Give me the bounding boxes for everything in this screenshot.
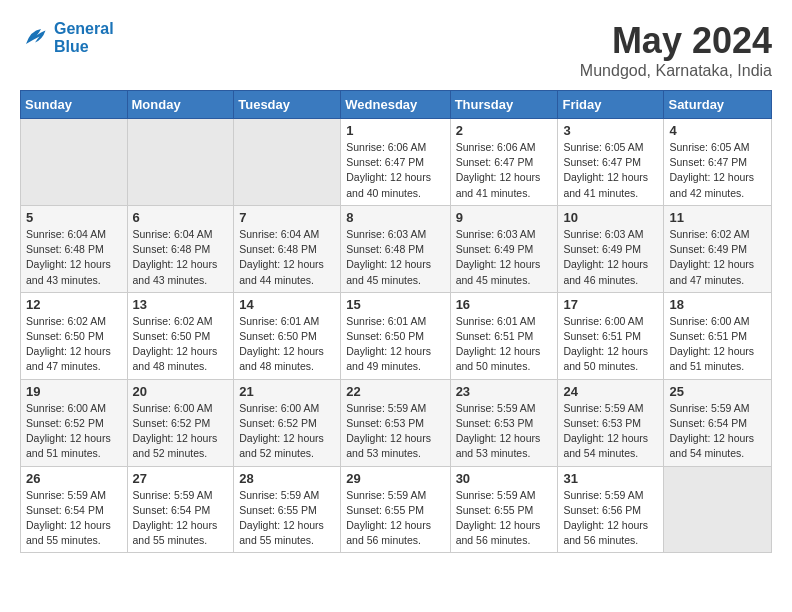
title-block: May 2024 Mundgod, Karnataka, India: [580, 20, 772, 80]
day-cell: 30Sunrise: 5:59 AM Sunset: 6:55 PM Dayli…: [450, 466, 558, 553]
day-info: Sunrise: 5:59 AM Sunset: 6:54 PM Dayligh…: [669, 401, 766, 462]
day-number: 31: [563, 471, 658, 486]
day-info: Sunrise: 5:59 AM Sunset: 6:53 PM Dayligh…: [563, 401, 658, 462]
page-header: General Blue May 2024 Mundgod, Karnataka…: [20, 20, 772, 80]
calendar-header: SundayMondayTuesdayWednesdayThursdayFrid…: [21, 91, 772, 119]
day-cell: 20Sunrise: 6:00 AM Sunset: 6:52 PM Dayli…: [127, 379, 234, 466]
day-info: Sunrise: 6:01 AM Sunset: 6:50 PM Dayligh…: [346, 314, 444, 375]
header-cell-friday: Friday: [558, 91, 664, 119]
day-info: Sunrise: 6:02 AM Sunset: 6:49 PM Dayligh…: [669, 227, 766, 288]
day-info: Sunrise: 6:06 AM Sunset: 6:47 PM Dayligh…: [456, 140, 553, 201]
day-cell: 22Sunrise: 5:59 AM Sunset: 6:53 PM Dayli…: [341, 379, 450, 466]
day-number: 29: [346, 471, 444, 486]
day-cell: 14Sunrise: 6:01 AM Sunset: 6:50 PM Dayli…: [234, 292, 341, 379]
day-cell: 11Sunrise: 6:02 AM Sunset: 6:49 PM Dayli…: [664, 205, 772, 292]
day-info: Sunrise: 5:59 AM Sunset: 6:55 PM Dayligh…: [456, 488, 553, 549]
header-cell-saturday: Saturday: [664, 91, 772, 119]
logo-text: General Blue: [54, 20, 114, 56]
header-cell-tuesday: Tuesday: [234, 91, 341, 119]
day-number: 11: [669, 210, 766, 225]
day-info: Sunrise: 6:05 AM Sunset: 6:47 PM Dayligh…: [563, 140, 658, 201]
day-cell: 8Sunrise: 6:03 AM Sunset: 6:48 PM Daylig…: [341, 205, 450, 292]
location: Mundgod, Karnataka, India: [580, 62, 772, 80]
day-cell: 23Sunrise: 5:59 AM Sunset: 6:53 PM Dayli…: [450, 379, 558, 466]
day-cell: 12Sunrise: 6:02 AM Sunset: 6:50 PM Dayli…: [21, 292, 128, 379]
day-info: Sunrise: 6:04 AM Sunset: 6:48 PM Dayligh…: [133, 227, 229, 288]
header-cell-wednesday: Wednesday: [341, 91, 450, 119]
day-info: Sunrise: 6:02 AM Sunset: 6:50 PM Dayligh…: [26, 314, 122, 375]
week-row-4: 19Sunrise: 6:00 AM Sunset: 6:52 PM Dayli…: [21, 379, 772, 466]
week-row-1: 1Sunrise: 6:06 AM Sunset: 6:47 PM Daylig…: [21, 119, 772, 206]
month-title: May 2024: [580, 20, 772, 62]
day-cell: 31Sunrise: 5:59 AM Sunset: 6:56 PM Dayli…: [558, 466, 664, 553]
day-cell: 17Sunrise: 6:00 AM Sunset: 6:51 PM Dayli…: [558, 292, 664, 379]
calendar-table: SundayMondayTuesdayWednesdayThursdayFrid…: [20, 90, 772, 553]
day-info: Sunrise: 6:00 AM Sunset: 6:51 PM Dayligh…: [563, 314, 658, 375]
day-cell: [21, 119, 128, 206]
week-row-2: 5Sunrise: 6:04 AM Sunset: 6:48 PM Daylig…: [21, 205, 772, 292]
day-info: Sunrise: 6:04 AM Sunset: 6:48 PM Dayligh…: [26, 227, 122, 288]
day-number: 14: [239, 297, 335, 312]
calendar-body: 1Sunrise: 6:06 AM Sunset: 6:47 PM Daylig…: [21, 119, 772, 553]
day-info: Sunrise: 6:00 AM Sunset: 6:52 PM Dayligh…: [26, 401, 122, 462]
day-cell: [127, 119, 234, 206]
day-info: Sunrise: 6:06 AM Sunset: 6:47 PM Dayligh…: [346, 140, 444, 201]
day-info: Sunrise: 5:59 AM Sunset: 6:55 PM Dayligh…: [239, 488, 335, 549]
day-cell: 4Sunrise: 6:05 AM Sunset: 6:47 PM Daylig…: [664, 119, 772, 206]
day-number: 18: [669, 297, 766, 312]
day-info: Sunrise: 5:59 AM Sunset: 6:53 PM Dayligh…: [456, 401, 553, 462]
day-cell: 3Sunrise: 6:05 AM Sunset: 6:47 PM Daylig…: [558, 119, 664, 206]
day-info: Sunrise: 5:59 AM Sunset: 6:56 PM Dayligh…: [563, 488, 658, 549]
day-number: 16: [456, 297, 553, 312]
day-number: 22: [346, 384, 444, 399]
day-number: 28: [239, 471, 335, 486]
day-number: 23: [456, 384, 553, 399]
day-number: 3: [563, 123, 658, 138]
day-info: Sunrise: 5:59 AM Sunset: 6:55 PM Dayligh…: [346, 488, 444, 549]
day-number: 13: [133, 297, 229, 312]
day-cell: [664, 466, 772, 553]
day-number: 30: [456, 471, 553, 486]
day-number: 10: [563, 210, 658, 225]
day-cell: 7Sunrise: 6:04 AM Sunset: 6:48 PM Daylig…: [234, 205, 341, 292]
day-cell: 1Sunrise: 6:06 AM Sunset: 6:47 PM Daylig…: [341, 119, 450, 206]
day-info: Sunrise: 6:03 AM Sunset: 6:48 PM Dayligh…: [346, 227, 444, 288]
day-cell: 6Sunrise: 6:04 AM Sunset: 6:48 PM Daylig…: [127, 205, 234, 292]
day-number: 6: [133, 210, 229, 225]
day-info: Sunrise: 6:01 AM Sunset: 6:51 PM Dayligh…: [456, 314, 553, 375]
header-row: SundayMondayTuesdayWednesdayThursdayFrid…: [21, 91, 772, 119]
day-number: 8: [346, 210, 444, 225]
day-cell: 13Sunrise: 6:02 AM Sunset: 6:50 PM Dayli…: [127, 292, 234, 379]
day-info: Sunrise: 6:00 AM Sunset: 6:52 PM Dayligh…: [133, 401, 229, 462]
header-cell-sunday: Sunday: [21, 91, 128, 119]
day-cell: 21Sunrise: 6:00 AM Sunset: 6:52 PM Dayli…: [234, 379, 341, 466]
day-info: Sunrise: 6:03 AM Sunset: 6:49 PM Dayligh…: [456, 227, 553, 288]
day-number: 24: [563, 384, 658, 399]
day-number: 2: [456, 123, 553, 138]
header-cell-thursday: Thursday: [450, 91, 558, 119]
day-cell: 16Sunrise: 6:01 AM Sunset: 6:51 PM Dayli…: [450, 292, 558, 379]
day-cell: 9Sunrise: 6:03 AM Sunset: 6:49 PM Daylig…: [450, 205, 558, 292]
day-number: 4: [669, 123, 766, 138]
day-number: 20: [133, 384, 229, 399]
day-number: 27: [133, 471, 229, 486]
day-cell: [234, 119, 341, 206]
day-info: Sunrise: 6:04 AM Sunset: 6:48 PM Dayligh…: [239, 227, 335, 288]
day-cell: 19Sunrise: 6:00 AM Sunset: 6:52 PM Dayli…: [21, 379, 128, 466]
day-number: 25: [669, 384, 766, 399]
day-cell: 28Sunrise: 5:59 AM Sunset: 6:55 PM Dayli…: [234, 466, 341, 553]
day-info: Sunrise: 6:00 AM Sunset: 6:52 PM Dayligh…: [239, 401, 335, 462]
day-number: 17: [563, 297, 658, 312]
day-info: Sunrise: 6:05 AM Sunset: 6:47 PM Dayligh…: [669, 140, 766, 201]
day-cell: 26Sunrise: 5:59 AM Sunset: 6:54 PM Dayli…: [21, 466, 128, 553]
week-row-5: 26Sunrise: 5:59 AM Sunset: 6:54 PM Dayli…: [21, 466, 772, 553]
logo: General Blue: [20, 20, 114, 56]
day-cell: 24Sunrise: 5:59 AM Sunset: 6:53 PM Dayli…: [558, 379, 664, 466]
day-number: 26: [26, 471, 122, 486]
day-info: Sunrise: 6:03 AM Sunset: 6:49 PM Dayligh…: [563, 227, 658, 288]
day-number: 15: [346, 297, 444, 312]
day-number: 9: [456, 210, 553, 225]
day-info: Sunrise: 6:02 AM Sunset: 6:50 PM Dayligh…: [133, 314, 229, 375]
day-number: 7: [239, 210, 335, 225]
logo-icon: [20, 23, 50, 53]
